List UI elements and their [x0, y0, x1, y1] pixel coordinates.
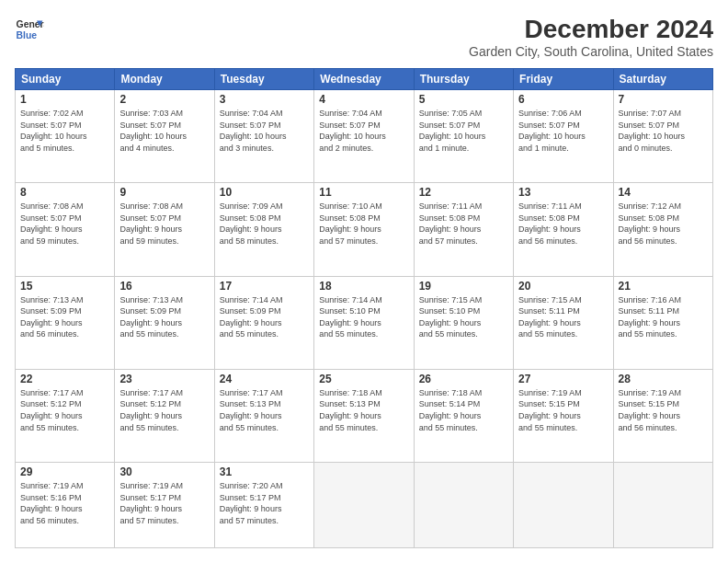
day-number: 1 — [20, 93, 109, 106]
weekday-header-saturday: Saturday — [613, 69, 712, 90]
calendar-cell — [414, 463, 513, 548]
day-info: Sunrise: 7:17 AMSunset: 5:12 PMDaylight:… — [119, 387, 209, 433]
day-number: 5 — [419, 93, 508, 106]
weekday-header-row: SundayMondayTuesdayWednesdayThursdayFrid… — [16, 69, 713, 90]
day-number: 11 — [319, 186, 408, 199]
weekday-header-tuesday: Tuesday — [214, 69, 313, 90]
logo: General Blue — [15, 15, 44, 44]
day-number: 29 — [20, 465, 109, 478]
calendar-cell: 27Sunrise: 7:19 AMSunset: 5:15 PMDayligh… — [514, 369, 613, 462]
day-info: Sunrise: 7:13 AMSunset: 5:09 PMDaylight:… — [20, 294, 109, 340]
calendar-cell: 29Sunrise: 7:19 AMSunset: 5:16 PMDayligh… — [16, 463, 115, 548]
day-info: Sunrise: 7:02 AMSunset: 5:07 PMDaylight:… — [20, 108, 109, 154]
day-number: 12 — [419, 186, 508, 199]
day-info: Sunrise: 7:03 AMSunset: 5:07 PMDaylight:… — [119, 108, 209, 154]
day-info: Sunrise: 7:06 AMSunset: 5:07 PMDaylight:… — [518, 108, 608, 154]
calendar-cell: 6Sunrise: 7:06 AMSunset: 5:07 PMDaylight… — [514, 90, 613, 183]
calendar-cell: 3Sunrise: 7:04 AMSunset: 5:07 PMDaylight… — [214, 90, 313, 183]
calendar-cell: 4Sunrise: 7:04 AMSunset: 5:07 PMDaylight… — [314, 90, 414, 183]
day-info: Sunrise: 7:17 AMSunset: 5:13 PMDaylight:… — [220, 387, 309, 433]
day-info: Sunrise: 7:19 AMSunset: 5:15 PMDaylight:… — [518, 387, 608, 433]
day-number: 9 — [119, 186, 209, 199]
weekday-header-monday: Monday — [115, 69, 214, 90]
day-info: Sunrise: 7:15 AMSunset: 5:11 PMDaylight:… — [518, 294, 608, 340]
day-info: Sunrise: 7:09 AMSunset: 5:08 PMDaylight:… — [220, 201, 309, 247]
day-number: 22 — [20, 373, 109, 385]
calendar-cell: 20Sunrise: 7:15 AMSunset: 5:11 PMDayligh… — [514, 276, 613, 369]
calendar-cell: 10Sunrise: 7:09 AMSunset: 5:08 PMDayligh… — [214, 183, 313, 276]
day-number: 15 — [20, 280, 109, 293]
day-number: 31 — [220, 465, 309, 478]
day-number: 13 — [518, 186, 608, 199]
day-number: 26 — [419, 373, 508, 385]
calendar-cell: 23Sunrise: 7:17 AMSunset: 5:12 PMDayligh… — [115, 369, 214, 462]
calendar-cell: 12Sunrise: 7:11 AMSunset: 5:08 PMDayligh… — [414, 183, 513, 276]
svg-text:Blue: Blue — [17, 30, 38, 40]
day-info: Sunrise: 7:08 AMSunset: 5:07 PMDaylight:… — [20, 201, 109, 247]
calendar-cell: 1Sunrise: 7:02 AMSunset: 5:07 PMDaylight… — [16, 90, 115, 183]
day-info: Sunrise: 7:15 AMSunset: 5:10 PMDaylight:… — [419, 294, 508, 340]
day-number: 4 — [319, 93, 408, 106]
calendar-cell: 5Sunrise: 7:05 AMSunset: 5:07 PMDaylight… — [414, 90, 513, 183]
weekday-header-wednesday: Wednesday — [314, 69, 414, 90]
calendar-cell: 18Sunrise: 7:14 AMSunset: 5:10 PMDayligh… — [314, 276, 414, 369]
day-number: 23 — [119, 373, 209, 385]
calendar-cell: 16Sunrise: 7:13 AMSunset: 5:09 PMDayligh… — [115, 276, 214, 369]
calendar-cell: 14Sunrise: 7:12 AMSunset: 5:08 PMDayligh… — [613, 183, 712, 276]
week-row-1: 1Sunrise: 7:02 AMSunset: 5:07 PMDaylight… — [16, 90, 713, 183]
week-row-5: 29Sunrise: 7:19 AMSunset: 5:16 PMDayligh… — [16, 463, 713, 548]
day-info: Sunrise: 7:18 AMSunset: 5:13 PMDaylight:… — [319, 387, 408, 433]
calendar-cell: 11Sunrise: 7:10 AMSunset: 5:08 PMDayligh… — [314, 183, 414, 276]
day-info: Sunrise: 7:19 AMSunset: 5:16 PMDaylight:… — [20, 480, 109, 526]
day-number: 24 — [220, 373, 309, 385]
weekday-header-thursday: Thursday — [414, 69, 513, 90]
calendar-cell: 24Sunrise: 7:17 AMSunset: 5:13 PMDayligh… — [214, 369, 313, 462]
day-number: 20 — [518, 280, 608, 293]
calendar-cell: 22Sunrise: 7:17 AMSunset: 5:12 PMDayligh… — [16, 369, 115, 462]
calendar-cell: 9Sunrise: 7:08 AMSunset: 5:07 PMDaylight… — [115, 183, 214, 276]
day-number: 8 — [20, 186, 109, 199]
day-number: 19 — [419, 280, 508, 293]
calendar-cell: 7Sunrise: 7:07 AMSunset: 5:07 PMDaylight… — [613, 90, 712, 183]
day-number: 14 — [619, 186, 708, 199]
page: General Blue December 2024 Garden City, … — [0, 0, 728, 563]
header: General Blue December 2024 Garden City, … — [15, 15, 713, 59]
calendar-cell: 31Sunrise: 7:20 AMSunset: 5:17 PMDayligh… — [214, 463, 313, 548]
day-info: Sunrise: 7:17 AMSunset: 5:12 PMDaylight:… — [20, 387, 109, 433]
week-row-2: 8Sunrise: 7:08 AMSunset: 5:07 PMDaylight… — [16, 183, 713, 276]
calendar-cell — [514, 463, 613, 548]
day-info: Sunrise: 7:08 AMSunset: 5:07 PMDaylight:… — [119, 201, 209, 247]
calendar-cell: 26Sunrise: 7:18 AMSunset: 5:14 PMDayligh… — [414, 369, 513, 462]
day-info: Sunrise: 7:05 AMSunset: 5:07 PMDaylight:… — [419, 108, 508, 154]
day-info: Sunrise: 7:04 AMSunset: 5:07 PMDaylight:… — [220, 108, 309, 154]
calendar-table: SundayMondayTuesdayWednesdayThursdayFrid… — [15, 68, 713, 548]
day-info: Sunrise: 7:16 AMSunset: 5:11 PMDaylight:… — [619, 294, 708, 340]
day-number: 16 — [119, 280, 209, 293]
day-number: 17 — [220, 280, 309, 293]
week-row-4: 22Sunrise: 7:17 AMSunset: 5:12 PMDayligh… — [16, 369, 713, 462]
day-info: Sunrise: 7:20 AMSunset: 5:17 PMDaylight:… — [220, 480, 309, 526]
calendar-cell: 2Sunrise: 7:03 AMSunset: 5:07 PMDaylight… — [115, 90, 214, 183]
day-info: Sunrise: 7:14 AMSunset: 5:10 PMDaylight:… — [319, 294, 408, 340]
day-number: 3 — [220, 93, 309, 106]
calendar-cell: 25Sunrise: 7:18 AMSunset: 5:13 PMDayligh… — [314, 369, 414, 462]
day-number: 10 — [220, 186, 309, 199]
calendar-cell: 30Sunrise: 7:19 AMSunset: 5:17 PMDayligh… — [115, 463, 214, 548]
day-info: Sunrise: 7:07 AMSunset: 5:07 PMDaylight:… — [619, 108, 708, 154]
day-info: Sunrise: 7:10 AMSunset: 5:08 PMDaylight:… — [319, 201, 408, 247]
day-info: Sunrise: 7:04 AMSunset: 5:07 PMDaylight:… — [319, 108, 408, 154]
day-info: Sunrise: 7:11 AMSunset: 5:08 PMDaylight:… — [419, 201, 508, 247]
calendar-cell: 17Sunrise: 7:14 AMSunset: 5:09 PMDayligh… — [214, 276, 313, 369]
day-number: 25 — [319, 373, 408, 385]
day-info: Sunrise: 7:19 AMSunset: 5:17 PMDaylight:… — [119, 480, 209, 526]
week-row-3: 15Sunrise: 7:13 AMSunset: 5:09 PMDayligh… — [16, 276, 713, 369]
weekday-header-sunday: Sunday — [16, 69, 115, 90]
calendar-cell — [314, 463, 414, 548]
location-title: Garden City, South Carolina, United Stat… — [469, 44, 713, 59]
calendar-cell — [613, 463, 712, 548]
calendar-body: 1Sunrise: 7:02 AMSunset: 5:07 PMDaylight… — [16, 90, 713, 548]
day-number: 2 — [119, 93, 209, 106]
day-info: Sunrise: 7:19 AMSunset: 5:15 PMDaylight:… — [619, 387, 708, 433]
day-info: Sunrise: 7:12 AMSunset: 5:08 PMDaylight:… — [619, 201, 708, 247]
calendar-cell: 21Sunrise: 7:16 AMSunset: 5:11 PMDayligh… — [613, 276, 712, 369]
